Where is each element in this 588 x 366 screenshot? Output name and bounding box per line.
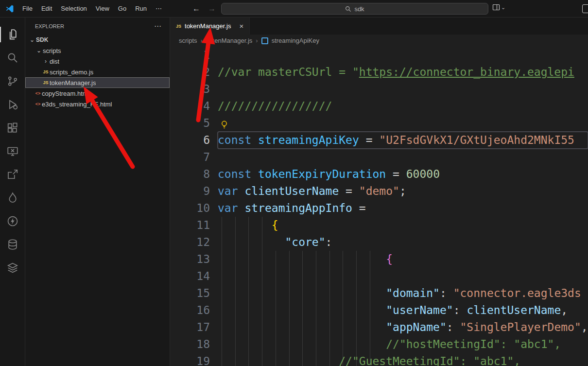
code-token: "U2FsdGVkX1/GXtUjeoAhd2MNkI55 [379, 134, 574, 146]
code-line[interactable]: 8const tokenExpiryDuration = 60000 [170, 166, 588, 183]
html-file-icon: <> [34, 102, 42, 106]
menu-selection[interactable]: Selection [56, 5, 91, 12]
line-number: 1 [170, 47, 218, 64]
source-control-icon[interactable] [0, 70, 25, 93]
tree-label: scripts [43, 47, 61, 54]
explorer-sidebar: EXPLORER ⋯ ⌄ SDK ⌄ scripts › dist JS [25, 17, 170, 366]
code-token: //var masterCSUrl = " [218, 66, 359, 78]
database-icon[interactable] [0, 233, 25, 256]
explorer-icon[interactable] [0, 23, 25, 46]
split-editor-icon [492, 3, 500, 11]
breadcrumb-folder[interactable]: scripts [179, 37, 197, 44]
code-token: ; [399, 185, 406, 197]
code-text [218, 149, 588, 166]
code-token [218, 355, 339, 366]
layers-icon[interactable] [0, 256, 25, 279]
tree-item-sdk[interactable]: ⌄ SDK [25, 35, 170, 45]
code-text [218, 268, 588, 285]
tree-label: tokenManager.js [50, 79, 96, 87]
code-line[interactable]: 16 "userName": clientUserName, [170, 302, 588, 319]
code-text: "domain": "connector.eagle3ds [218, 285, 588, 302]
code-line[interactable]: 11 { [170, 217, 588, 234]
code-token [218, 253, 386, 265]
more-menu-icon[interactable]: ⋯ [151, 5, 166, 12]
code-text: //var masterCSUrl = "https://connector_b… [218, 64, 588, 81]
code-editor[interactable]: 12//var masterCSUrl = "https://connector… [170, 47, 588, 366]
code-token [218, 287, 386, 299]
js-file-icon: JS [42, 70, 50, 74]
menu-file[interactable]: File [18, 5, 37, 12]
code-line[interactable]: 18 //"hostMeetingId": "abc1", [170, 336, 588, 353]
code-text: { [218, 217, 588, 234]
code-line[interactable]: 6const streamingApiKey = "U2FsdGVkX1/GXt… [170, 132, 588, 149]
title-bar: File Edit Selection View Go Run ⋯ ← → sd… [0, 0, 588, 17]
file-tree: ⌄ SDK ⌄ scripts › dist JS scripts_demo.j… [25, 35, 170, 109]
code-line[interactable]: 7 [170, 149, 588, 166]
code-token [218, 304, 386, 316]
code-token: 60000 [406, 168, 440, 180]
line-number: 13 [170, 251, 218, 268]
code-line[interactable]: 14 [170, 268, 588, 285]
code-line[interactable]: 17 "appName": "SinglePlayerDemo", [170, 319, 588, 336]
tree-item-dist[interactable]: › dist [25, 56, 170, 67]
menu-run[interactable]: Run [131, 5, 151, 12]
code-token: "userName" [386, 304, 453, 316]
tree-label: e3ds_streaming_FE.html [42, 101, 112, 108]
command-center-search[interactable]: sdk [221, 3, 488, 15]
extensions-icon[interactable] [0, 116, 25, 139]
code-text [218, 115, 588, 132]
share-icon[interactable] [0, 163, 25, 186]
code-token: //"GuestMeetingId": "abc1", [339, 355, 520, 366]
menu-view[interactable]: View [91, 5, 114, 12]
tab-token-manager-js[interactable]: JS tokenManager.js × [170, 17, 250, 35]
tree-item-token-manager-js[interactable]: JS tokenManager.js [25, 77, 170, 88]
code-line[interactable]: 15 "domain": "connector.eagle3ds [170, 285, 588, 302]
line-number: 14 [170, 268, 218, 285]
code-token: = [386, 168, 406, 180]
line-number: 12 [170, 234, 218, 251]
thunder-client-icon[interactable] [0, 209, 25, 233]
code-action-lightbulb-icon[interactable] [220, 118, 228, 135]
line-number: 3 [170, 81, 218, 98]
tree-item-copystream-html[interactable]: <> copyStream.html [25, 88, 170, 99]
panel-layout-icon[interactable] [582, 4, 588, 13]
flame-icon[interactable] [0, 186, 25, 209]
run-and-debug-icon[interactable] [0, 93, 25, 116]
close-icon[interactable]: × [239, 22, 243, 30]
code-line[interactable]: 10var streamingAppInfo = [170, 200, 588, 217]
code-token [218, 321, 386, 333]
remote-monitor-icon[interactable] [0, 139, 25, 163]
breadcrumb-file[interactable]: tokenManager.js [206, 37, 252, 44]
code-token: { [386, 253, 393, 265]
code-token: "core" [285, 236, 325, 248]
code-line[interactable]: 1 [170, 47, 588, 64]
tree-item-e3ds-streaming-html[interactable]: <> e3ds_streaming_FE.html [25, 99, 170, 109]
tree-item-scripts[interactable]: ⌄ scripts [25, 45, 170, 56]
code-line[interactable]: 12 "core": [170, 234, 588, 251]
code-token: clientUserName [244, 185, 339, 197]
code-line[interactable]: 4///////////////// [170, 98, 588, 115]
line-number: 2 [170, 64, 218, 81]
code-line[interactable]: 13 { [170, 251, 588, 268]
tree-item-scripts-demo-js[interactable]: JS scripts_demo.js [25, 67, 170, 77]
code-token: , [561, 304, 568, 316]
chevron-down-icon: ⌄ [501, 4, 505, 11]
code-line[interactable]: 2//var masterCSUrl = "https://connector_… [170, 64, 588, 81]
code-token: : [447, 321, 460, 333]
code-line[interactable]: 9var clientUserName = "demo"; [170, 183, 588, 200]
code-line[interactable]: 5 [170, 115, 588, 132]
breadcrumb-symbol[interactable]: streamingApiKey [272, 37, 319, 44]
workbench: EXPLORER ⋯ ⌄ SDK ⌄ scripts › dist JS [0, 17, 588, 366]
code-line[interactable]: 3 [170, 81, 588, 98]
code-text: ///////////////// [218, 98, 588, 115]
views-and-more-actions-icon[interactable]: ⋯ [154, 22, 162, 31]
code-token: streamingAppInfo [244, 202, 352, 214]
sidebar-header: EXPLORER ⋯ [25, 17, 170, 35]
back-button[interactable]: ← [192, 4, 200, 13]
menu-edit[interactable]: Edit [37, 5, 56, 12]
code-line[interactable]: 19 //"GuestMeetingId": "abc1", [170, 353, 588, 366]
search-icon[interactable] [0, 46, 25, 70]
code-text: //"GuestMeetingId": "abc1", [218, 353, 588, 366]
menu-go[interactable]: Go [114, 5, 131, 12]
customize-layout-button[interactable]: ⌄ [492, 3, 505, 11]
